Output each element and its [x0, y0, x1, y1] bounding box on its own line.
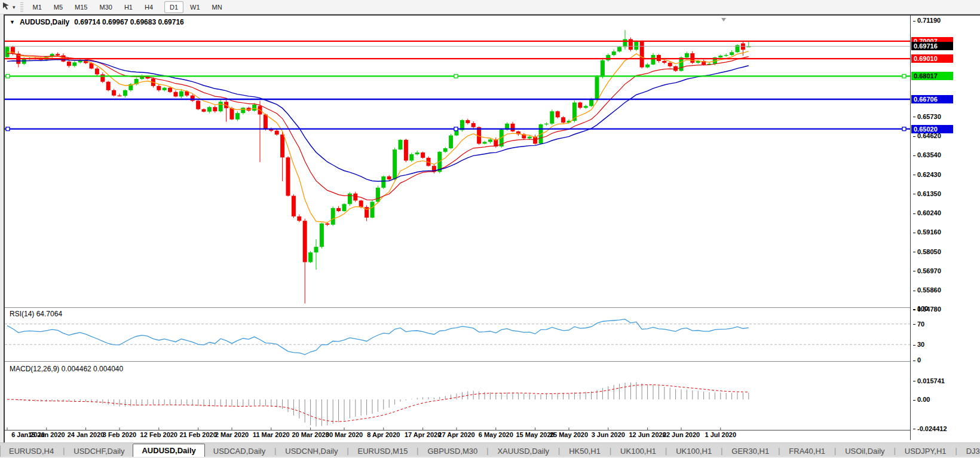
chart-tab-hk50-h1[interactable]: HK50,H1	[561, 445, 609, 457]
macd-axis-label: 0.015741	[913, 377, 945, 385]
chart-tab-eurusd-m15[interactable]: EURUSD,M15	[350, 445, 416, 457]
timeframe-button-W1[interactable]: W1	[185, 1, 206, 13]
cursor-tool-button[interactable]: ▾	[0, 1, 19, 13]
timeframe-button-M15[interactable]: M15	[69, 1, 93, 13]
chart-ohlc-readout: 0.69714 0.69967 0.69683 0.69716	[74, 18, 184, 26]
date-axis-label: 8 Apr 2020	[362, 431, 406, 438]
price-tag: 0.68017	[911, 72, 953, 80]
chart-tab-bar: EURUSD,H4|USDCHF,DailyAUDUSD,DailyUSDCAD…	[0, 442, 980, 457]
axis-tick-mark	[913, 400, 915, 401]
chart-canvas[interactable]	[5, 16, 910, 430]
axis-tick-mark	[913, 429, 915, 429]
cursor-tool-icon	[2, 2, 11, 13]
chart-tab-ger30-h1[interactable]: GER30,H1	[723, 445, 777, 457]
axis-tick-mark	[913, 271, 915, 271]
rsi-pane	[5, 319, 910, 355]
timeframe-button-MN[interactable]: MN	[207, 1, 228, 13]
toolbar-grip	[20, 2, 23, 12]
chart-tab-usdchf-daily[interactable]: USDCHF,Daily	[65, 445, 133, 457]
date-axis-label: 30 Mar 2020	[322, 431, 366, 438]
macd-pane	[7, 382, 749, 426]
chart-tab-uk100-h1[interactable]: UK100,H1	[667, 445, 720, 457]
axis-tick-mark	[913, 213, 915, 214]
rsi-axis-label: 100	[913, 304, 928, 313]
chart-tab-usdjpy-h1[interactable]: USDJPY,H1	[896, 445, 955, 457]
macd-axis-label: -0.024412	[913, 425, 947, 433]
chart-tab-uk100-h1[interactable]: UK100,H1	[612, 445, 664, 457]
rsi-name: RSI(14)	[10, 310, 34, 318]
horizontal-price-lines	[5, 41, 910, 131]
price-axis-label: 0.56970	[913, 267, 941, 275]
price-axis[interactable]: 0.711900.657300.646200.635400.624300.613…	[910, 16, 978, 440]
current-price-tag: 0.69716	[911, 42, 953, 50]
chart-symbol-label: AUDUSD,Daily	[20, 18, 69, 26]
axis-tick-mark	[913, 361, 915, 361]
chart-tab-usdcnh-daily[interactable]: USDCNH,Daily	[277, 445, 346, 457]
chart-tab-audusd-daily[interactable]: AUDUSD,Daily	[133, 444, 204, 457]
axis-tick-mark	[913, 233, 915, 233]
date-axis-label: 2 Mar 2020	[210, 431, 254, 438]
chart-tab-usdcad-daily[interactable]: USDCAD,Daily	[205, 445, 274, 457]
axis-tick-mark	[913, 381, 915, 381]
price-axis-label: 0.55860	[913, 286, 941, 294]
date-axis-label: 27 Apr 2020	[434, 431, 479, 438]
timeframe-button-H4[interactable]: H4	[139, 1, 158, 13]
axis-tick-mark	[913, 136, 915, 137]
price-axis-label: 0.58050	[913, 248, 941, 256]
dropdown-caret-icon: ▾	[13, 4, 16, 10]
chart-tab-xauusd-daily[interactable]: XAUUSD,Daily	[489, 445, 558, 457]
chart-tab-dj30-m15[interactable]: DJ30,M15	[958, 445, 980, 457]
price-axis-label: 0.59160	[913, 228, 941, 236]
price-axis-label: 0.65730	[913, 112, 941, 121]
chart-inner: ▼ AUDUSD,Daily 0.69714 0.69967 0.69683 0…	[5, 16, 978, 440]
timeframe-button-M5[interactable]: M5	[48, 1, 68, 13]
price-axis-label: 0.60240	[913, 209, 941, 217]
date-axis-label: 11 Mar 2020	[249, 431, 293, 438]
macd-values: 0.004462 0.004040	[62, 365, 123, 373]
axis-tick-mark	[913, 309, 915, 310]
timeframe-button-H1[interactable]: H1	[119, 1, 138, 13]
timeframe-button-group: M1M5M15M30H1H4D1W1MN	[27, 1, 233, 13]
rsi-axis-label: 30	[913, 340, 924, 349]
chart-tab-usoil-daily[interactable]: USOil,Daily	[837, 445, 893, 457]
chart-tab-gbpusd-m30[interactable]: GBPUSD,M30	[419, 445, 486, 457]
toolbar: ▾ M1M5M15M30H1H4D1W1MN	[0, 0, 980, 14]
price-axis-label: 0.61350	[913, 190, 941, 198]
date-axis-label: 25 May 2020	[547, 431, 591, 438]
date-axis-label: 22 Jun 2020	[659, 431, 703, 438]
price-axis-label: 0.71190	[913, 16, 941, 25]
rsi-axis-label: 70	[913, 320, 924, 328]
rsi-axis-label: 0	[913, 356, 921, 364]
date-axis-label: 3 Jun 2020	[586, 431, 630, 438]
rsi-indicator-label: RSI(14) 64.7064	[10, 310, 62, 318]
date-axis-label: 12 Feb 2020	[137, 431, 181, 438]
axis-tick-mark	[913, 291, 915, 291]
chart-tab-eurusd-h4[interactable]: EURUSD,H4	[1, 445, 62, 457]
date-axis[interactable]: 6 Jan 202015 Jan 202024 Jan 20203 Feb 20…	[5, 430, 910, 440]
axis-tick-mark	[913, 175, 915, 175]
price-axis-label: 0.62430	[913, 170, 941, 179]
date-axis-label: 1 Jul 2020	[699, 431, 743, 438]
timeframe-button-M1[interactable]: M1	[27, 1, 47, 13]
price-tag: 0.65020	[911, 125, 953, 133]
chart-title: ▼ AUDUSD,Daily 0.69714 0.69967 0.69683 0…	[10, 18, 184, 26]
macd-indicator-label: MACD(12,26,9) 0.004462 0.004040	[10, 365, 123, 373]
axis-tick-mark	[913, 194, 915, 194]
axis-tick-mark	[913, 117, 915, 117]
timeframe-button-D1[interactable]: D1	[164, 1, 183, 13]
chart-window: ▼ AUDUSD,Daily 0.69714 0.69967 0.69683 0…	[4, 14, 980, 444]
price-axis-label: 0.63540	[913, 151, 941, 159]
axis-tick-mark	[913, 21, 915, 22]
rsi-value: 64.7064	[36, 310, 62, 318]
autoscroll-marker	[721, 18, 726, 22]
macd-name: MACD(12,26,9)	[10, 365, 59, 373]
candlestick-series	[5, 30, 751, 303]
axis-tick-mark	[913, 155, 915, 156]
price-tag: 0.69010	[911, 54, 953, 63]
price-tag: 0.66706	[911, 95, 953, 103]
chart-tab-fra40-h1[interactable]: FRA40,H1	[780, 445, 834, 457]
axis-tick-mark	[913, 324, 915, 325]
date-axis-label: 6 May 2020	[474, 431, 518, 438]
chart-dropdown-icon[interactable]: ▼	[10, 19, 15, 25]
timeframe-button-M30[interactable]: M30	[94, 1, 118, 13]
